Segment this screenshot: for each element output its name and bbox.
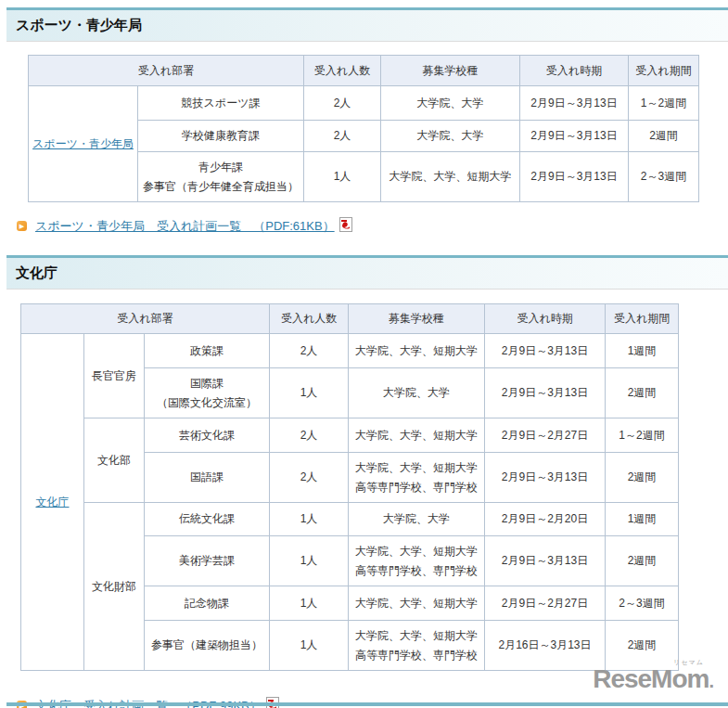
col-header-school: 募集学校種 (381, 56, 520, 86)
dept-cell: 美術学芸課 (145, 536, 270, 586)
table-row: スポーツ・青少年局 競技スポーツ課 2人 大学院、大学 2月9日～3月13日 1… (29, 86, 699, 121)
col-header-time: 受入れ時期 (485, 304, 606, 334)
duration-cell: 1～2週間 (606, 418, 679, 453)
school-cell: 大学院、大学、短期大学 (381, 152, 520, 202)
dept-cell: 参事官（建築物担当） (145, 621, 270, 671)
section-header-sports: スポーツ・青少年局 (6, 7, 728, 42)
school-cell: 大学院、大学、短期大学高等専門学校、専門学校 (349, 621, 485, 671)
section-heading: スポーツ・青少年局 (16, 17, 142, 32)
group-cell: 文化財部 (84, 503, 145, 671)
section-heading: 文化庁 (16, 264, 57, 280)
pdf-icon (339, 217, 352, 235)
time-cell: 2月9日～3月13日 (520, 86, 629, 121)
duration-cell: 1週間 (606, 503, 679, 536)
people-cell: 2人 (304, 86, 381, 121)
dept-cell: 学校健康教育課 (138, 121, 304, 152)
duration-cell: 2週間 (606, 368, 679, 418)
school-cell: 大学院、大学 (349, 368, 485, 418)
col-header-people: 受入れ人数 (270, 304, 349, 334)
resemom-logo-ruby: リセマム (673, 658, 704, 667)
bureau-cell: 文化庁 (21, 334, 84, 671)
duration-cell: 1週間 (606, 334, 679, 368)
dept-cell: 国際課（国際文化交流室） (145, 368, 270, 418)
time-cell: 2月9日～3月13日 (520, 121, 629, 152)
col-header-people: 受入れ人数 (304, 56, 381, 86)
bunka-acceptance-table: 受入れ部署 受入れ人数 募集学校種 受入れ時期 受入れ期間 文化庁 長官官房 政… (20, 303, 679, 671)
group-cell: 長官官房 (84, 334, 145, 418)
dept-cell: 伝統文化課 (145, 503, 270, 536)
col-header-time: 受入れ時期 (520, 56, 629, 86)
school-cell: 大学院、大学、短期大学高等専門学校、専門学校 (349, 453, 485, 503)
table-row: 文化財部 伝統文化課 1人 大学院、大学 2月9日～2月20日 1週間 (21, 503, 679, 536)
dept-cell: 芸術文化課 (145, 418, 270, 453)
time-cell: 2月9日～2月27日 (485, 418, 606, 453)
people-cell: 2人 (270, 334, 349, 368)
time-cell: 2月9日～3月13日 (485, 334, 606, 368)
dept-cell: 政策課 (145, 334, 270, 368)
resemom-logo: リセマムReseMom. (593, 664, 713, 694)
section-header-bunka: 文化庁 (6, 255, 728, 290)
bureau-cell: スポーツ・青少年局 (29, 86, 138, 202)
sports-acceptance-table: 受入れ部署 受入れ人数 募集学校種 受入れ時期 受入れ期間 スポーツ・青少年局 … (28, 55, 699, 202)
duration-cell: 2週間 (606, 621, 679, 671)
duration-cell: 2週間 (606, 536, 679, 586)
duration-cell: 2週間 (629, 121, 699, 152)
dept-cell: 記念物課 (145, 586, 270, 621)
people-cell: 2人 (304, 121, 381, 152)
pdf-link-row-sports: ▶ スポーツ・青少年局 受入れ計画一覧 （PDF:61KB） (17, 217, 728, 235)
school-cell: 大学院、大学 (381, 86, 520, 121)
time-cell: 2月16日～3月13日 (485, 621, 606, 671)
duration-cell: 2～3週間 (629, 152, 699, 202)
school-cell: 大学院、大学、短期大学 (349, 586, 485, 621)
people-cell: 1人 (270, 368, 349, 418)
dept-cell: 青少年課参事官（青少年健全育成担当） (138, 152, 304, 202)
people-cell: 1人 (270, 536, 349, 586)
bureau-link-sports[interactable]: スポーツ・青少年局 (32, 137, 134, 150)
col-header-duration: 受入れ期間 (629, 56, 699, 86)
col-header-department: 受入れ部署 (21, 304, 270, 334)
col-header-school: 募集学校種 (349, 304, 485, 334)
time-cell: 2月9日～3月13日 (520, 152, 629, 202)
time-cell: 2月9日～2月20日 (485, 503, 606, 536)
school-cell: 大学院、大学 (349, 503, 485, 536)
bottom-divider-bar (6, 702, 728, 706)
col-header-department: 受入れ部署 (29, 56, 304, 86)
table-row: 文化部 芸術文化課 2人 大学院、大学、短期大学 2月9日～2月27日 1～2週… (21, 418, 679, 453)
bureau-link-bunka[interactable]: 文化庁 (36, 496, 70, 508)
time-cell: 2月9日～3月13日 (485, 536, 606, 586)
group-cell: 文化部 (84, 418, 145, 503)
school-cell: 大学院、大学、短期大学 (349, 334, 485, 368)
col-header-duration: 受入れ期間 (606, 304, 679, 334)
people-cell: 1人 (270, 503, 349, 536)
school-cell: 大学院、大学 (381, 121, 520, 152)
school-cell: 大学院、大学、短期大学 (349, 418, 485, 453)
time-cell: 2月9日～2月27日 (485, 586, 606, 621)
people-cell: 1人 (270, 621, 349, 671)
dept-cell: 競技スポーツ課 (138, 86, 304, 121)
people-cell: 2人 (270, 453, 349, 503)
time-cell: 2月9日～3月13日 (485, 453, 606, 503)
school-cell: 大学院、大学、短期大学高等専門学校、専門学校 (349, 536, 485, 586)
table-row: 文化庁 長官官房 政策課 2人 大学院、大学、短期大学 2月9日～3月13日 1… (21, 334, 679, 368)
people-cell: 1人 (270, 586, 349, 621)
dept-cell: 国語課 (145, 453, 270, 503)
duration-cell: 2週間 (606, 453, 679, 503)
arrow-bullet-icon: ▶ (17, 221, 27, 231)
duration-cell: 2～3週間 (606, 586, 679, 621)
people-cell: 2人 (270, 418, 349, 453)
pdf-link-sports[interactable]: スポーツ・青少年局 受入れ計画一覧 （PDF:61KB） (35, 218, 335, 235)
people-cell: 1人 (304, 152, 381, 202)
duration-cell: 1～2週間 (629, 86, 699, 121)
time-cell: 2月9日～3月13日 (485, 368, 606, 418)
resemom-logo-text: リセマムReseMom. (593, 664, 713, 693)
